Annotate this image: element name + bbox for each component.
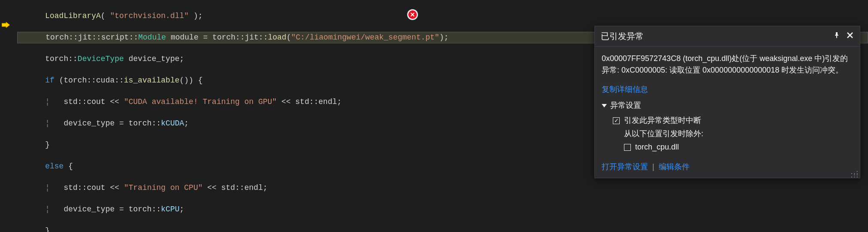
break-on-type-row[interactable]: ✓ 引发此异常类型时中断	[602, 114, 853, 127]
close-icon[interactable]	[846, 31, 854, 41]
token: module = torch::jit::	[166, 33, 268, 42]
token: else	[45, 162, 63, 171]
token: is_available	[124, 76, 180, 85]
settings-header-label: 异常设置	[610, 100, 641, 111]
exception-popup: 已引发异常 0x00007FF9572743C8 (torch_cpu.dll)…	[594, 26, 860, 178]
popup-footer-links: 打开异常设置 | 编辑条件	[595, 157, 860, 178]
code-line[interactable]: }	[17, 226, 868, 232]
token: device_type = torch::	[63, 119, 161, 128]
token: device_type = torch::	[63, 205, 161, 214]
token: (	[101, 12, 105, 20]
exception-message: 0x00007FF9572743C8 (torch_cpu.dll)处(位于 w…	[602, 53, 853, 76]
popup-title-text: 已引发异常	[601, 31, 644, 42]
divider: |	[652, 162, 654, 171]
popup-body: 0x00007FF9572743C8 (torch_cpu.dll)处(位于 w…	[595, 47, 860, 157]
chevron-down-icon	[602, 104, 607, 107]
token: std::cout <<	[63, 183, 124, 192]
code-line[interactable]: ¦ device_type = torch::kCPU;	[17, 204, 868, 215]
token: );	[193, 12, 203, 20]
token: );	[439, 33, 449, 42]
edit-conditions-link[interactable]: 编辑条件	[659, 162, 690, 172]
except-module-label: torch_cpu.dll	[635, 141, 679, 153]
token: ;	[180, 205, 184, 214]
code-line[interactable]: LoadLibraryA( "torchvision.dll" );	[17, 11, 868, 21]
token: load	[268, 33, 286, 42]
open-exception-settings-link[interactable]: 打开异常设置	[602, 162, 648, 172]
popup-titlebar[interactable]: 已引发异常	[595, 26, 860, 47]
break-on-type-label: 引发此异常类型时中断	[624, 115, 701, 126]
except-from-label: 从以下位置引发时除外:	[624, 128, 703, 140]
token: }	[45, 140, 50, 149]
token: device_type;	[124, 55, 184, 63]
token: (torch::cuda::	[54, 76, 124, 85]
token: }	[45, 226, 50, 232]
token: Module	[138, 33, 166, 42]
token: {	[63, 162, 73, 171]
token: "Training on CPU"	[124, 183, 203, 192]
token: std::cout <<	[63, 98, 124, 106]
token: DeviceType	[78, 55, 124, 63]
token: if	[45, 76, 54, 85]
token: kCPU	[161, 205, 179, 214]
token: << std::endl;	[203, 183, 268, 192]
token: LoadLibraryA	[45, 12, 101, 20]
token: ;	[184, 119, 189, 128]
token: torch::	[45, 55, 78, 63]
error-badge-icon[interactable]: ✕	[407, 9, 418, 20]
exception-settings-header[interactable]: 异常设置	[602, 100, 853, 111]
token: "C:/liaomingwei/weak_segment.pt"	[291, 33, 440, 42]
code-line[interactable]: ¦ std::cout << "Training on CPU" << std:…	[17, 183, 868, 193]
token: << std::endl;	[277, 98, 341, 106]
resize-grip-icon[interactable]: ..:.::	[850, 170, 858, 177]
pin-icon[interactable]	[833, 32, 840, 41]
token: "CUDA available! Training on GPU"	[124, 98, 277, 106]
token: ()) {	[179, 76, 202, 85]
checkbox-checked-icon[interactable]: ✓	[613, 117, 620, 124]
token: "torchvision.dll"	[110, 12, 189, 20]
except-from-row: 从以下位置引发时除外:	[602, 127, 853, 140]
token: (	[286, 33, 291, 42]
copy-details-link[interactable]: 复制详细信息	[602, 84, 853, 95]
error-x-icon: ✕	[408, 10, 417, 19]
except-module-row[interactable]: torch_cpu.dll	[602, 140, 853, 154]
token: kCUDA	[161, 119, 184, 128]
token: torch::jit::script::	[45, 33, 138, 42]
checkbox-unchecked-icon[interactable]	[624, 144, 631, 151]
